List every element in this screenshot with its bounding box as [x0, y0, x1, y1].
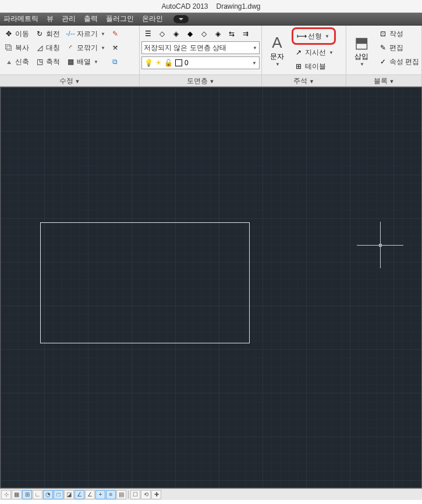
copy-icon: ⿻: [4, 43, 13, 52]
menu-view[interactable]: 뷰: [47, 14, 54, 24]
sun-icon: ☀: [155, 59, 162, 67]
menu-parametric[interactable]: 파라메트릭: [3, 14, 38, 24]
attr-edit-button[interactable]: ✓ 속성 편집 ▼: [376, 55, 422, 68]
edit-block-button[interactable]: ✎ 편집: [376, 41, 422, 54]
transparency-toggle[interactable]: ▤: [116, 490, 126, 499]
chevron-down-icon: ▼: [329, 50, 334, 55]
ribbon: ✥ 이동 ⿻ 복사 ⟁ 신축 ↻ 회전 ◿ 대칭: [0, 26, 422, 87]
cursor-crosshair-center: [379, 244, 382, 247]
current-layer-dropdown[interactable]: 💡 ☀ 🔓 0 ▼: [141, 56, 260, 69]
ducs-toggle[interactable]: ∠: [85, 490, 95, 499]
create-block-button[interactable]: ⊡ 작성: [376, 27, 422, 40]
move-icon: ✥: [4, 29, 13, 38]
menu-manage[interactable]: 관리: [62, 14, 76, 24]
trim-icon: -/--: [66, 29, 75, 38]
selection-cycling-toggle[interactable]: ⟲: [141, 490, 151, 499]
edit-block-icon: ✎: [378, 43, 388, 52]
table-icon: ⊞: [294, 62, 303, 71]
layer-state-dropdown[interactable]: 저장되지 않은 도면층 상태 ▼: [141, 41, 260, 54]
layer-prop-button[interactable]: ☰: [141, 27, 154, 40]
fillet-button[interactable]: ◜ 모깎기 ▼: [63, 41, 108, 54]
move-button[interactable]: ✥ 이동: [2, 27, 31, 40]
mirror-button[interactable]: ◿ 대칭: [33, 41, 62, 54]
infer-constraints-toggle[interactable]: ⊹: [1, 490, 11, 499]
app-name: AutoCAD 2013: [161, 2, 208, 10]
table-button[interactable]: ⊞ 테이블: [292, 60, 336, 73]
lightbulb-icon: 💡: [144, 59, 153, 67]
rectangle-object[interactable]: [40, 222, 250, 343]
menu-online[interactable]: 온라인: [142, 14, 163, 24]
grid-toggle[interactable]: ⊞: [22, 490, 32, 499]
ortho-toggle[interactable]: ∟: [33, 490, 42, 499]
title-bar: AutoCAD 2013 Drawing1.dwg: [0, 0, 422, 13]
offset-button[interactable]: ⧉: [109, 55, 122, 68]
attr-edit-icon: ✓: [378, 57, 388, 66]
chevron-down-icon: ▼: [253, 45, 257, 51]
menu-overflow-icon[interactable]: [173, 15, 189, 23]
leader-icon: ↗: [294, 48, 303, 57]
menu-output[interactable]: 출력: [84, 14, 98, 24]
create-block-icon: ⊡: [378, 29, 388, 38]
layer-freeze-button[interactable]: ◈: [169, 27, 182, 40]
stretch-button[interactable]: ⟁ 신축: [2, 55, 31, 68]
layer-walk-icon: ⇉: [243, 30, 249, 38]
text-icon: A: [268, 33, 286, 52]
layer-walk-button[interactable]: ⇉: [239, 27, 252, 40]
layer-uniso-icon: ◈: [215, 30, 221, 38]
layer-uniso-button[interactable]: ◈: [211, 27, 224, 40]
layer-lock-button[interactable]: ◆: [183, 27, 196, 40]
panel-modify-title[interactable]: 수정▼: [0, 74, 139, 86]
fillet-icon: ◜: [66, 43, 75, 52]
status-tray-icon[interactable]: ✚: [151, 490, 161, 499]
linear-dim-highlight: ⟼ 선형 ▼: [292, 27, 336, 45]
array-dropdown-icon: ▼: [94, 59, 98, 65]
trim-button[interactable]: -/-- 자르기 ▼: [63, 27, 108, 40]
offset-icon: ⧉: [112, 58, 118, 66]
scale-icon: ◳: [35, 57, 44, 66]
panel-annotation-title[interactable]: 주석▼: [262, 74, 346, 86]
scale-button[interactable]: ◳ 축척: [33, 55, 62, 68]
stretch-icon: ⟁: [4, 57, 13, 66]
osnap-toggle[interactable]: □: [54, 490, 63, 499]
file-name: Drawing1.dwg: [217, 2, 261, 10]
leader-button[interactable]: ↗ 지시선 ▼: [292, 46, 336, 59]
layer-lock-icon: ◆: [187, 30, 193, 38]
separator: [128, 491, 129, 499]
erase-icon: ✎: [112, 30, 118, 38]
layer-match-button[interactable]: ⇆: [225, 27, 238, 40]
otrack-toggle[interactable]: ∠: [75, 490, 84, 499]
dynamic-input-toggle[interactable]: +: [95, 490, 105, 499]
linear-dimension-button[interactable]: ⟼ 선형 ▼: [295, 30, 333, 42]
layer-iso-icon: ◇: [201, 30, 207, 38]
fillet-dropdown-icon: ▼: [101, 45, 105, 51]
erase-button[interactable]: ✎: [109, 27, 122, 40]
panel-annotation: A 문자 ▼ ⟼ 선형 ▼ ↗ 지시선 ▼ ⊞: [262, 26, 346, 86]
status-bar: ⊹ ▦ ⊞ ∟ ◔ □ ◪ ∠ ∠ + ≡ ▤ ☐ ⟲ ✚: [0, 488, 422, 500]
insert-icon: ⬒: [352, 33, 371, 52]
osnap3d-toggle[interactable]: ◪: [64, 490, 74, 499]
copy-button[interactable]: ⿻ 복사: [2, 41, 31, 54]
panel-layers-title[interactable]: 도면층▼: [140, 74, 261, 86]
layer-match-icon: ⇆: [229, 30, 235, 38]
drawing-canvas[interactable]: [0, 87, 422, 488]
chevron-down-icon: ▼: [360, 62, 364, 67]
polar-toggle[interactable]: ◔: [43, 490, 53, 499]
array-icon: ▦: [66, 57, 75, 66]
lineweight-toggle[interactable]: ≡: [106, 490, 116, 499]
chevron-down-icon: ▼: [275, 62, 280, 67]
chevron-down-icon: ▼: [252, 61, 257, 66]
layer-name: 0: [185, 59, 189, 67]
layer-off-button[interactable]: ◇: [155, 27, 168, 40]
rotate-button[interactable]: ↻ 회전: [33, 27, 62, 40]
menu-plugin[interactable]: 플러그인: [106, 14, 134, 24]
layer-iso-button[interactable]: ◇: [197, 27, 210, 40]
insert-button[interactable]: ⬒ 삽입 ▼: [348, 27, 375, 73]
text-button[interactable]: A 문자 ▼: [264, 27, 290, 73]
snap-toggle[interactable]: ▦: [12, 490, 22, 499]
linear-dim-icon: ⟼: [297, 31, 306, 41]
explode-button[interactable]: ⤧: [109, 41, 122, 54]
array-button[interactable]: ▦ 배열 ▼: [63, 55, 108, 68]
panel-block-title[interactable]: 블록▼: [346, 74, 421, 86]
trim-dropdown-icon: ▼: [101, 31, 105, 37]
quick-properties-toggle[interactable]: ☐: [130, 490, 140, 499]
